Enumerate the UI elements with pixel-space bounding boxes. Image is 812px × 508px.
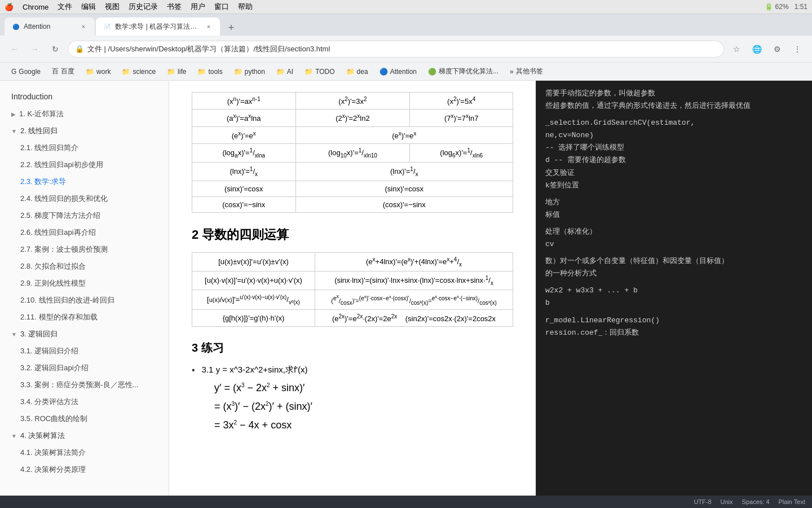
- bookmark-python[interactable]: 📁python: [230, 67, 270, 77]
- cell: (sinx·lnx)'=(sinx)'·lnx+sinx·(lnx)'=cosx…: [315, 271, 513, 290]
- menu-history[interactable]: 历史记录: [129, 2, 158, 12]
- tab-math[interactable]: 📄 数学:求导 | 机器学习算法课程示... ×: [96, 17, 220, 36]
- sidebar-item-2-2[interactable]: 2.2. 线性回归api初步使用: [9, 156, 169, 173]
- bookmark-baidu[interactable]: 百百度: [47, 65, 79, 77]
- sidebar-item-2-6[interactable]: 2.6. 线性回归api再介绍: [9, 224, 169, 241]
- sidebar-label: 2.9. 正则化线性模型: [20, 278, 86, 288]
- right-panel-line-1: 需要手动指定的参数，叫做超参数: [545, 87, 803, 100]
- sidebar-label: 3.4. 分类评估方法: [20, 397, 78, 407]
- cell: (ex/cosx)'=(ex)'·cosx−ex·(cosx)'/cos²(x)…: [315, 290, 513, 309]
- apple-menu[interactable]: 🍎: [5, 3, 14, 11]
- section3-title: 3 练习: [192, 340, 513, 356]
- sidebar-label: 3.1. 逻辑回归介绍: [20, 346, 78, 356]
- cell: (logax)'=1/xlna: [192, 143, 296, 162]
- chevron-right-icon: ▶: [11, 111, 16, 117]
- sidebar-item-3-4[interactable]: 3.4. 分类评估方法: [9, 393, 169, 410]
- exercise-text: 3.1 y = x^3-2x^2+sinx,求f'(x): [202, 365, 308, 375]
- sidebar-label: 2.6. 线性回归api再介绍: [20, 227, 96, 238]
- sidebar-item-2-5[interactable]: 2.5. 梯度下降法方法介绍: [9, 207, 169, 224]
- right-panel-line-12: cv: [545, 238, 803, 251]
- bookmark-life[interactable]: 📁life: [162, 67, 191, 77]
- math-line-2: = (x3)′ − (2x2)′ + (sinx)′: [214, 401, 513, 413]
- menu-chrome[interactable]: Chrome: [23, 3, 48, 11]
- extension-btn2[interactable]: ⚙: [769, 41, 785, 57]
- sidebar-item-2-7[interactable]: 2.7. 案例：波士顿房价预测: [9, 241, 169, 258]
- sidebar-item-2-10[interactable]: 2.10. 线性回归的改进-岭回归: [9, 292, 169, 309]
- sidebar-item-3-5[interactable]: 3.5. ROC曲线的绘制: [9, 410, 169, 427]
- status-spaces: Spaces: 4: [742, 498, 770, 505]
- right-panel-line-3: _selection.GridSearchCV(estimator,: [545, 117, 803, 129]
- sidebar-label: 2.4. 线性回归的损失和优化: [20, 194, 108, 204]
- tab-bar: 🔵 Attention × 📄 数学:求导 | 机器学习算法课程示... × +: [0, 14, 812, 36]
- sidebar-item-3-3[interactable]: 3.3. 案例：癌症分类预测-良／恶性...: [9, 376, 169, 393]
- sidebar-item-2-11[interactable]: 2.11. 模型的保存和加载: [9, 309, 169, 326]
- bookmark-attention[interactable]: 🔵Attention: [375, 67, 421, 77]
- cell: (log10x)'=1/xln10: [295, 143, 410, 162]
- right-panel: 需要手动指定的参数，叫做超参数 些超参数的值，通过字典的形式传递进去，然后进行选…: [536, 81, 812, 496]
- menu-window[interactable]: 窗口: [214, 2, 229, 12]
- bookmark-gradient[interactable]: 🟢梯度下降优化算法...: [423, 65, 503, 77]
- center-content: (xn)'=axn-1 (x2)'=3x2 (x2)'=5x4 (ax)'=ax…: [169, 81, 536, 496]
- tab-title-attention: Attention: [24, 23, 76, 30]
- sidebar-item-3-2[interactable]: 3.2. 逻辑回归api介绍: [9, 360, 169, 376]
- sidebar-item-2-9[interactable]: 2.9. 正则化线性模型: [9, 275, 169, 292]
- bookmark-work[interactable]: 📁work: [81, 67, 115, 77]
- tab-close-math[interactable]: ×: [204, 22, 213, 31]
- bookmark-star[interactable]: ☆: [729, 41, 744, 57]
- math-line-3: = 3x2 − 4x + cosx: [214, 419, 513, 431]
- section2-title: 2 导数的四则运算: [192, 226, 513, 243]
- menu-help[interactable]: 帮助: [238, 2, 253, 12]
- right-panel-line-5: -- 选择了哪个训练模型: [545, 142, 803, 154]
- cell: (lnx)'=1/x: [295, 162, 513, 181]
- sidebar-item-4-2[interactable]: 4.2. 决策树分类原理: [9, 461, 169, 478]
- bookmark-dea[interactable]: 📁dea: [342, 67, 373, 77]
- bookmark-google[interactable]: GGoogle: [7, 67, 45, 77]
- menu-view[interactable]: 视图: [105, 2, 120, 12]
- forward-button[interactable]: →: [27, 41, 43, 57]
- tab-close-attention[interactable]: ×: [79, 22, 88, 31]
- address-bar: ← → ↻ 🔒 文件 | /Users/sherwin/Desktop/机器学习…: [0, 36, 812, 63]
- sidebar-item-2-1[interactable]: 2.1. 线性回归简介: [9, 139, 169, 156]
- sidebar-item-linearreg[interactable]: ▼ 2. 线性回归: [0, 122, 169, 139]
- bookmark-tools[interactable]: 📁tools: [193, 67, 227, 77]
- extension-btn1[interactable]: 🌐: [749, 41, 765, 57]
- new-tab-button[interactable]: +: [223, 20, 239, 36]
- tab-attention[interactable]: 🔵 Attention ×: [5, 17, 95, 36]
- sidebar-item-decisiontree[interactable]: ▼ 4. 决策树算法: [0, 427, 169, 444]
- bookmark-more[interactable]: »其他书签: [505, 65, 548, 77]
- back-button[interactable]: ←: [7, 41, 23, 57]
- right-panel-line-9: 地方: [545, 196, 803, 209]
- math-line-1: y′ = (x3 − 2x2 + sinx)′: [214, 382, 513, 394]
- system-icons: 🔋 62% 1:51: [765, 3, 807, 11]
- reload-button[interactable]: ↻: [47, 41, 63, 57]
- cell: (lnx)'=1/x: [192, 162, 296, 181]
- bookmark-todo[interactable]: 📁TODO: [300, 67, 339, 77]
- right-panel-line-2: 些超参数的值，通过字典的形式传递进去，然后进行选择最优值: [545, 100, 803, 112]
- sidebar-item-logreg[interactable]: ▼ 3. 逻辑回归: [0, 326, 169, 343]
- sidebar-item-4-1[interactable]: 4.1. 决策树算法简介: [9, 444, 169, 461]
- menu-file[interactable]: 文件: [58, 2, 72, 12]
- mac-menu-bar: 🍎 Chrome 文件 编辑 视图 历史记录 书签 用户 窗口 帮助 🔋 62%…: [0, 0, 812, 14]
- sidebar-item-3-1[interactable]: 3.1. 逻辑回归介绍: [9, 343, 169, 360]
- right-panel-line-15: w2x2 + w3x3 + ... + b: [545, 284, 803, 297]
- url-bar[interactable]: 🔒 文件 | /Users/sherwin/Desktop/机器学习（算法篇）/…: [68, 41, 724, 58]
- lock-icon: 🔒: [75, 45, 84, 53]
- menu-bookmarks[interactable]: 书签: [167, 2, 182, 12]
- sidebar-item-2-4[interactable]: 2.4. 线性回归的损失和优化: [9, 190, 169, 207]
- cell: (7x)'=7xln7: [410, 110, 513, 126]
- menu-edit[interactable]: 编辑: [81, 2, 96, 12]
- sidebar-item-2-3[interactable]: 2.3. 数学:求导: [9, 173, 169, 190]
- menu-user[interactable]: 用户: [191, 2, 205, 12]
- status-bar: UTF-8 Unix Spaces: 4 Plain Text: [0, 496, 812, 508]
- bookmark-science[interactable]: 📁science: [117, 67, 160, 77]
- sidebar-item-2-8[interactable]: 2.8. 欠拟合和过拟合: [9, 258, 169, 275]
- sidebar-intro[interactable]: Introduction: [0, 87, 169, 106]
- sidebar-item-knearestneighbor[interactable]: ▶ 1. K-近邻算法: [0, 106, 169, 122]
- more-options[interactable]: ⋮: [789, 41, 805, 57]
- right-panel-line-10: 标值: [545, 209, 803, 221]
- status-line-ending: Unix: [721, 498, 733, 505]
- cell: (x2)'=3x2: [295, 93, 410, 110]
- bullet-icon: •: [192, 365, 195, 375]
- bookmark-ai[interactable]: 📁AI: [272, 67, 298, 77]
- cell: {g[h(x)]}'=g'(h)·h'(x): [192, 309, 315, 326]
